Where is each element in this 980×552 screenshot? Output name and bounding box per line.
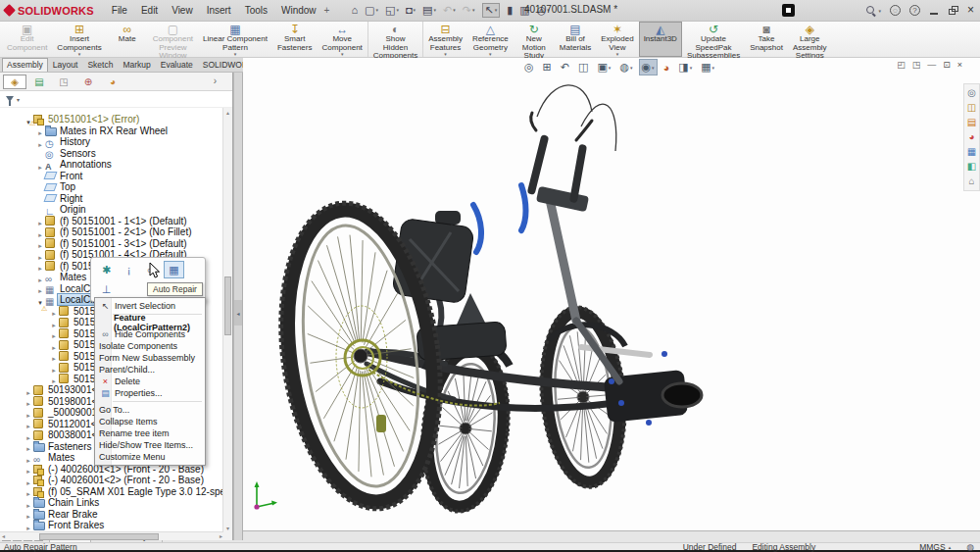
show-hidden-components-button[interactable]: ◐ Show Hidden Components ▾ (368, 22, 423, 57)
view-settings-icon[interactable]: ▦ ▾ (699, 60, 716, 75)
display-style-icon[interactable]: ◍ ▾ (617, 60, 634, 75)
command-tab[interactable]: Sketch (82, 58, 118, 72)
print-icon[interactable]: ▤ ▾ (422, 5, 436, 16)
instant3d-button[interactable]: ◭ Instant3D ▾ (639, 22, 682, 57)
apply-scene-icon[interactable]: ◨ ▾ (676, 60, 694, 75)
custom-properties-icon[interactable]: ▦ (967, 146, 976, 158)
edit-component-button[interactable]: ▣ Edit Component ▾ (2, 22, 52, 57)
context-menu-item[interactable]: × Delete (95, 376, 205, 387)
help-icon[interactable]: ? (909, 5, 920, 16)
doc-restore-icon[interactable]: ⊡ (943, 60, 951, 70)
new-document-icon[interactable]: ▢ ▾ (365, 5, 378, 16)
filter-icon[interactable] (6, 96, 14, 102)
doc-minimize-icon[interactable]: — (927, 60, 936, 70)
tree-item[interactable]: ⚠ (f) 05_SRAM X01 Eagle Type 3.0 12-spee… (0, 486, 232, 498)
new-motion-study-button[interactable]: ↻ New Motion Study ▾ (514, 22, 555, 57)
displaymanager-tab[interactable]: ◕ (101, 75, 124, 89)
auto-repair-icon[interactable]: ▦ (165, 262, 183, 277)
bill-of-materials-button[interactable]: ▤ Bill of Materials ▾ (555, 22, 596, 57)
redo-icon[interactable]: ↷ ▾ (463, 5, 475, 16)
scroll-down-icon[interactable]: ▾ (223, 525, 232, 531)
large-assembly-settings-button[interactable]: ◈ Large Assembly Settings ▾ (788, 22, 832, 57)
solidworks-resources-icon[interactable]: ◎ (967, 87, 976, 99)
context-menu-item[interactable]: ∞ Hide Components (95, 328, 205, 340)
hide-show-items-icon[interactable]: ◉ ▾ (640, 60, 657, 75)
user-avatar[interactable] (782, 4, 795, 17)
edit-appearance-icon[interactable]: ◕ ▾ (662, 61, 672, 75)
section-view-icon[interactable]: ◫ ▾ (576, 60, 590, 75)
scrollbar-thumb[interactable] (224, 276, 231, 335)
zoom-fit-icon[interactable]: ◎ ▾ (522, 60, 536, 75)
home-icon[interactable]: ⌂ ▾ (351, 5, 358, 16)
undo-icon[interactable]: ↶ ▾ (443, 5, 456, 16)
context-menu-item[interactable]: Go To... (95, 404, 205, 416)
smart-fasteners-button[interactable]: ↧ Smart Fasteners ▾ (272, 22, 318, 57)
assembly-features-button[interactable]: ⊟ Assembly Features ▾ (423, 22, 467, 57)
menu-item[interactable]: Tools (245, 5, 268, 16)
scroll-up-icon[interactable]: ▴ (223, 109, 232, 116)
expander-icon[interactable] (24, 517, 33, 531)
tree-item[interactable]: ⚠ (-) 40026001<2> (Front - 20 - Base) (0, 475, 232, 486)
previous-view-icon[interactable]: ↶ ▾ (559, 60, 571, 75)
tree-item[interactable]: ⚠ Top (0, 181, 232, 193)
fix-icon[interactable]: ⊥ (97, 281, 116, 297)
filter-caret-icon[interactable]: ▾ (17, 96, 20, 103)
context-menu-item[interactable]: ▤ Properties... (95, 387, 205, 399)
expander-icon[interactable] (35, 156, 45, 174)
context-menu-item[interactable]: Rename tree item (95, 427, 205, 439)
dimxpertmanager-tab[interactable]: ⊕ (76, 75, 100, 89)
command-tab[interactable]: Evaluate (156, 58, 198, 72)
doc-close-icon[interactable]: × (957, 60, 962, 70)
context-menu-item[interactable]: Customize Menu (95, 451, 205, 463)
scroll-right-icon[interactable]: ▸ (220, 532, 222, 540)
tree-item[interactable]: ⚠ Right (0, 193, 232, 205)
assembly-model-3d[interactable] (243, 58, 980, 530)
view-orientation-icon[interactable]: ▣ ▾ (595, 60, 612, 75)
tree-item[interactable]: ⚠ Rear Brake (0, 509, 232, 521)
appearances-icon[interactable]: ◕ (968, 131, 974, 143)
minimize-icon[interactable] (929, 5, 939, 16)
context-menu-item[interactable]: Hide/Show Tree Items... (95, 439, 205, 451)
panel-splitter[interactable]: ◂ (233, 73, 243, 540)
menu-item[interactable]: View (172, 5, 193, 16)
search-box[interactable]: ▾ (804, 3, 881, 18)
mate-button[interactable]: ∞ Mate ▾ (107, 22, 148, 57)
update-speedpak-button[interactable]: ↺ Update SpeedPak Subassemblies ▾ (682, 22, 745, 57)
context-menu-item[interactable]: Form New Subassembly (95, 352, 205, 364)
context-menu-item[interactable]: Collapse Items (95, 416, 205, 427)
search-input[interactable] (804, 3, 864, 18)
menu-item[interactable]: Edit (141, 5, 158, 16)
pane-full-icon[interactable]: ◳ (912, 60, 921, 70)
exploded-view-button[interactable]: ✶ Exploded View ▾ (596, 22, 638, 57)
units-caret-icon[interactable]: ▴ (949, 544, 952, 550)
context-menu-item[interactable]: Parent/Child... (95, 364, 205, 376)
propertymanager-tab[interactable]: ▤ (27, 75, 51, 89)
touch-mode-icon[interactable]: ▮ ▾ (507, 5, 513, 16)
tree-item[interactable]: ⚠ History (0, 136, 232, 148)
menu-item[interactable]: File (112, 5, 127, 16)
panel-flyout-icon[interactable]: › (214, 75, 217, 86)
search-icon[interactable] (866, 6, 876, 16)
tree-item[interactable]: ⚠ 50151001<1> (Error) (0, 114, 232, 125)
configurationmanager-tab[interactable]: ◳ (52, 75, 75, 89)
splitter-handle-icon[interactable]: ◂ (234, 300, 242, 326)
scrollbar-thumb[interactable] (39, 533, 159, 540)
design-library-icon[interactable]: ◫ (967, 102, 976, 114)
expander-icon[interactable] (35, 133, 45, 151)
scroll-left-icon[interactable]: ◂ (2, 532, 5, 540)
insert-components-button[interactable]: ⊞ Insert Components ▾ (52, 22, 106, 57)
context-menu-item[interactable]: Isolate Components (95, 340, 205, 352)
forum-icon[interactable]: ◧ (967, 161, 976, 173)
file-explorer-icon[interactable]: ▤ (967, 117, 976, 128)
select-icon[interactable]: ↖ ▾ (482, 3, 501, 18)
reference-geometry-button[interactable]: △ Reference Geometry ▾ (467, 22, 514, 57)
take-snapshot-button[interactable]: ◙ Take Snapshot ▾ (745, 22, 788, 57)
edit-feature-icon[interactable]: ✱ (97, 262, 116, 277)
save-icon[interactable]: ◘ ▾ (406, 5, 416, 16)
home-icon[interactable]: ⌂ (968, 176, 974, 187)
login-icon[interactable]: ◌ (890, 5, 901, 16)
move-component-button[interactable]: ↔ Move Component ▾ (317, 22, 368, 57)
tree-item[interactable]: ⚠ Front Brakes (0, 520, 232, 531)
context-menu-item[interactable]: Feature (LocalCirPattern2) (95, 317, 205, 328)
tree-item[interactable]: ⚠ Chain Links (0, 497, 232, 509)
